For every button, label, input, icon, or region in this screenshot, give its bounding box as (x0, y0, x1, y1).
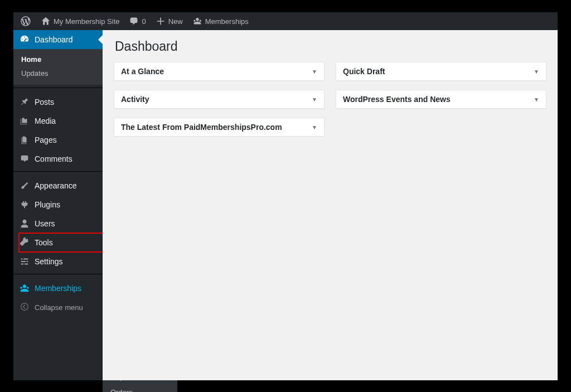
dashboard-col-right: Quick Draft ▼ WordPress Events and News … (336, 62, 546, 137)
sidebar-separator (13, 171, 103, 174)
page-title: Dashboard (114, 30, 546, 62)
postbox-title: Activity (121, 95, 149, 104)
svg-point-0 (21, 303, 28, 310)
sidebar-submenu-dashboard: Home Updates (13, 49, 103, 85)
pin-icon (19, 96, 30, 108)
plus-icon (155, 17, 166, 26)
postbox-activity: Activity ▼ (114, 90, 325, 109)
sidebar-item-label: Media (30, 117, 56, 125)
comments-link[interactable]: 0 (124, 12, 150, 30)
sliders-icon (19, 256, 30, 267)
sidebar-item-label: Pages (30, 135, 57, 144)
postbox-at-a-glance: At a Glance ▼ (114, 62, 325, 81)
comments-count: 0 (139, 17, 146, 26)
sidebar-item-tools[interactable]: Tools (13, 233, 103, 252)
postbox-toggle[interactable]: The Latest From PaidMembershipsPro.com ▼ (114, 118, 324, 136)
groups-icon (19, 283, 30, 294)
sidebar-item-label: Settings (30, 257, 63, 266)
sidebar-item-media[interactable]: Media (13, 112, 103, 130)
media-icon (19, 115, 30, 127)
site-link[interactable]: My Membership Site (36, 12, 124, 30)
postbox-toggle[interactable]: Activity ▼ (114, 90, 324, 108)
new-label: New (166, 17, 183, 26)
wordpress-icon (20, 16, 31, 26)
collapse-menu[interactable]: Collapse menu (13, 298, 103, 317)
sidebar-item-label: Posts (30, 98, 54, 107)
admin-bar: My Membership Site 0 New Memberships (13, 12, 558, 30)
page-icon (19, 134, 30, 146)
site-name: My Membership Site (51, 17, 119, 26)
chevron-down-icon: ▼ (534, 69, 539, 75)
memberships-link[interactable]: Memberships (187, 12, 253, 30)
sidebar-item-label: Memberships (30, 284, 81, 293)
sidebar-item-dashboard[interactable]: Dashboard (13, 30, 103, 49)
sidebar-item-settings[interactable]: Settings (13, 252, 103, 271)
postbox-pmp-news: The Latest From PaidMembershipsPro.com ▼ (114, 118, 325, 137)
new-content-link[interactable]: New (151, 12, 187, 30)
dashboard-icon (19, 34, 30, 45)
postbox-toggle[interactable]: Quick Draft ▼ (336, 62, 546, 80)
sidebar-item-label: Comments (30, 154, 72, 163)
collapse-icon (19, 302, 30, 313)
sidebar-item-label: Tools (30, 238, 53, 247)
groups-icon (192, 17, 203, 26)
comment-icon (19, 153, 30, 164)
chevron-down-icon: ▼ (312, 124, 317, 130)
dashboard-col-left: At a Glance ▼ Activity ▼ The Latest From… (114, 62, 325, 137)
sidebar-subitem-updates[interactable]: Updates (13, 66, 103, 80)
user-icon (19, 218, 30, 229)
sidebar-item-comments[interactable]: Comments (13, 149, 103, 168)
sidebar-item-users[interactable]: Users (13, 214, 103, 233)
content-area: Dashboard At a Glance ▼ Activity ▼ (103, 30, 558, 380)
sidebar-item-appearance[interactable]: Appearance (13, 176, 103, 195)
sidebar-item-label: Appearance (30, 181, 77, 190)
postbox-toggle[interactable]: At a Glance ▼ (114, 62, 324, 80)
sidebar-item-label: Plugins (30, 200, 60, 209)
sidebar-item-posts[interactable]: Posts (13, 93, 103, 112)
sidebar-separator (13, 88, 103, 90)
wp-admin-window: My Membership Site 0 New Memberships (13, 12, 558, 380)
comment-icon (128, 17, 139, 26)
flyout-item-orders[interactable]: Orders (103, 385, 177, 392)
sidebar-item-label: Dashboard (30, 35, 73, 44)
memberships-label: Memberships (203, 17, 249, 26)
sidebar-item-pages[interactable]: Pages (13, 130, 103, 149)
sidebar-item-plugins[interactable]: Plugins (13, 195, 103, 214)
chevron-down-icon: ▼ (312, 69, 317, 75)
chevron-down-icon: ▼ (534, 96, 539, 103)
home-icon (40, 17, 51, 26)
postbox-quick-draft: Quick Draft ▼ (336, 62, 546, 81)
sidebar-item-label: Users (30, 219, 55, 228)
postbox-title: At a Glance (121, 67, 164, 76)
wp-logo[interactable] (16, 12, 36, 30)
postbox-wp-news: WordPress Events and News ▼ (336, 90, 546, 109)
sidebar-subitem-home[interactable]: Home (13, 52, 103, 66)
wrench-icon (19, 237, 30, 248)
collapse-label: Collapse menu (30, 303, 83, 312)
sidebar-separator (13, 274, 103, 277)
postbox-title: The Latest From PaidMembershipsPro.com (121, 123, 282, 132)
plug-icon (19, 199, 30, 210)
brush-icon (19, 180, 30, 191)
postbox-title: WordPress Events and News (343, 95, 451, 104)
postbox-title: Quick Draft (343, 67, 385, 76)
admin-sidebar: Dashboard Home Updates Posts Media Pages (13, 30, 103, 380)
chevron-down-icon: ▼ (312, 96, 317, 103)
sidebar-item-memberships[interactable]: Memberships (13, 279, 103, 298)
dashboard-columns: At a Glance ▼ Activity ▼ The Latest From… (114, 62, 546, 137)
postbox-toggle[interactable]: WordPress Events and News ▼ (336, 90, 546, 108)
